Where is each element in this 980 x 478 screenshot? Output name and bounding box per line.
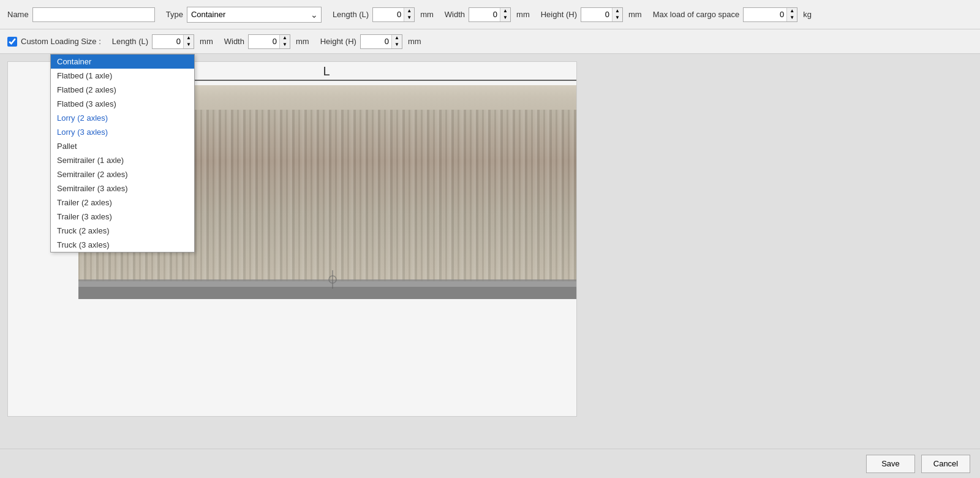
height-field-group: Height (H) ▲ ▼ mm (541, 7, 642, 22)
name-input[interactable] (32, 7, 155, 22)
cls-width-field-group: Width ▲ ▼ mm (224, 34, 309, 49)
dropdown-item-lorry2[interactable]: Lorry (2 axles) (51, 111, 194, 125)
length-label: Length (L) (333, 10, 369, 19)
type-select[interactable]: Container (187, 7, 322, 23)
max-load-down-button[interactable]: ▼ (787, 15, 797, 21)
bottom-toolbar: Save Cancel (0, 449, 980, 478)
max-load-input[interactable] (744, 8, 786, 21)
dropdown-item-semitrailer3[interactable]: Semitrailer (3 axles) (51, 181, 194, 195)
height-down-button[interactable]: ▼ (612, 15, 622, 21)
length-unit: mm (420, 10, 434, 19)
cls-length-field-group: Length (L) ▲ ▼ mm (112, 34, 213, 49)
length-down-button[interactable]: ▼ (404, 15, 414, 21)
width-down-button[interactable]: ▼ (500, 15, 510, 21)
width-spinner: ▲ ▼ (500, 8, 510, 21)
length-input-wrap: ▲ ▼ (372, 7, 415, 22)
cls-length-input[interactable] (153, 35, 183, 48)
cls-width-label: Width (224, 37, 244, 46)
type-field-group: Type Container ⌄ (166, 7, 322, 23)
cls-length-input-wrap: ▲ ▼ (152, 34, 194, 49)
cls-height-down-button[interactable]: ▼ (392, 42, 402, 48)
name-label: Name (7, 10, 29, 19)
height-label: Height (H) (541, 10, 577, 19)
width-label: Width (445, 10, 465, 19)
cancel-button[interactable]: Cancel (921, 455, 970, 473)
l-diagram-label: L (323, 64, 330, 78)
cls-height-up-button[interactable]: ▲ (392, 35, 402, 42)
dropdown-item-truck2[interactable]: Truck (2 axles) (51, 224, 194, 238)
dropdown-item-semitrailer2[interactable]: Semitrailer (2 axles) (51, 167, 194, 181)
max-load-up-button[interactable]: ▲ (787, 8, 797, 15)
dropdown-item-trailer2[interactable]: Trailer (2 axles) (51, 195, 194, 210)
cls-width-input[interactable] (249, 35, 279, 48)
height-up-button[interactable]: ▲ (612, 8, 622, 15)
dropdown-item-container[interactable]: Container (51, 55, 194, 69)
cls-width-up-button[interactable]: ▲ (280, 35, 290, 42)
cls-width-unit: mm (296, 37, 309, 46)
cls-height-spinner: ▲ ▼ (391, 35, 402, 48)
max-load-spinner: ▲ ▼ (786, 8, 797, 21)
cls-width-spinner: ▲ ▼ (279, 35, 290, 48)
type-label: Type (166, 10, 183, 19)
max-load-label: Max load of cargo space (653, 10, 740, 19)
dropdown-item-semitrailer1[interactable]: Semitrailer (1 axle) (51, 153, 194, 167)
svg-rect-12 (78, 287, 577, 299)
max-load-unit: kg (803, 10, 812, 19)
max-load-field-group: Max load of cargo space ▲ ▼ kg (653, 7, 812, 22)
length-up-button[interactable]: ▲ (404, 8, 414, 15)
dropdown-item-flatbed3[interactable]: Flatbed (3 axles) (51, 97, 194, 111)
max-load-input-wrap: ▲ ▼ (743, 7, 797, 22)
cls-length-up-button[interactable]: ▲ (184, 35, 194, 42)
cls-width-down-button[interactable]: ▼ (280, 42, 290, 48)
custom-loading-checkbox-wrap: Custom Loading Size : (7, 37, 101, 47)
svg-rect-11 (78, 279, 577, 287)
cls-height-label: Height (H) (320, 37, 356, 46)
custom-loading-label: Custom Loading Size : (21, 37, 101, 46)
dropdown-item-pallet[interactable]: Pallet (51, 139, 194, 153)
height-input[interactable] (581, 8, 612, 21)
name-field-group: Name (7, 7, 155, 22)
width-up-button[interactable]: ▲ (500, 8, 510, 15)
custom-loading-checkbox[interactable] (7, 37, 17, 47)
cls-length-label: Length (L) (112, 37, 148, 46)
cls-length-spinner: ▲ ▼ (183, 35, 194, 48)
save-button[interactable]: Save (866, 455, 915, 473)
top-toolbar: Name Type Container ⌄ Length (L) ▲ ▼ (0, 0, 980, 29)
width-field-group: Width ▲ ▼ mm (445, 7, 530, 22)
cls-height-field-group: Height (H) ▲ ▼ mm (320, 34, 421, 49)
dropdown-item-flatbed1[interactable]: Flatbed (1 axle) (51, 69, 194, 83)
cls-length-down-button[interactable]: ▼ (184, 42, 194, 48)
height-input-wrap: ▲ ▼ (581, 7, 623, 22)
cls-length-unit: mm (200, 37, 213, 46)
type-select-wrap: Container ⌄ (187, 7, 322, 23)
height-unit: mm (628, 10, 642, 19)
dropdown-item-lorry3[interactable]: Lorry (3 axles) (51, 125, 194, 139)
height-spinner: ▲ ▼ (612, 8, 622, 21)
length-spinner: ▲ ▼ (404, 8, 414, 21)
cls-width-input-wrap: ▲ ▼ (248, 34, 290, 49)
dropdown-item-trailer3[interactable]: Trailer (3 axles) (51, 210, 194, 224)
type-dropdown[interactable]: Container Flatbed (1 axle) Flatbed (2 ax… (50, 54, 195, 252)
dropdown-item-flatbed2[interactable]: Flatbed (2 axles) (51, 83, 194, 97)
width-unit: mm (516, 10, 530, 19)
width-input-wrap: ▲ ▼ (469, 7, 511, 22)
cls-height-input[interactable] (361, 35, 391, 48)
width-input[interactable] (469, 8, 500, 21)
cls-height-unit: mm (408, 37, 421, 46)
length-field-group: Length (L) ▲ ▼ mm (333, 7, 434, 22)
cls-height-input-wrap: ▲ ▼ (360, 34, 402, 49)
dropdown-item-truck3[interactable]: Truck (3 axles) (51, 238, 194, 252)
custom-loading-bar: Custom Loading Size : Length (L) ▲ ▼ mm … (0, 29, 980, 54)
length-input[interactable] (373, 8, 404, 21)
